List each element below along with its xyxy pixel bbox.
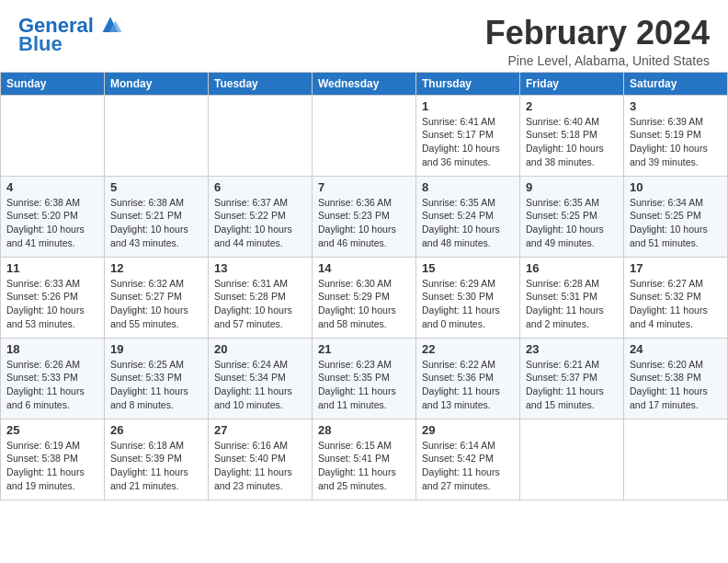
day-number: 3	[630, 99, 722, 113]
calendar-cell: 12Sunrise: 6:32 AM Sunset: 5:27 PM Dayli…	[105, 257, 209, 338]
day-info: Sunrise: 6:23 AM Sunset: 5:35 PM Dayligh…	[318, 358, 410, 412]
day-number: 20	[214, 342, 306, 356]
calendar-cell	[520, 419, 624, 500]
day-number: 5	[110, 180, 202, 194]
day-info: Sunrise: 6:39 AM Sunset: 5:19 PM Dayligh…	[630, 115, 722, 169]
calendar-cell	[105, 95, 209, 176]
day-info: Sunrise: 6:38 AM Sunset: 5:21 PM Dayligh…	[110, 196, 202, 250]
calendar-cell: 4Sunrise: 6:38 AM Sunset: 5:20 PM Daylig…	[1, 176, 105, 257]
day-number: 28	[318, 423, 410, 437]
calendar-table: SundayMondayTuesdayWednesdayThursdayFrid…	[0, 72, 728, 500]
calendar-cell: 29Sunrise: 6:14 AM Sunset: 5:42 PM Dayli…	[416, 419, 520, 500]
calendar-cell: 2Sunrise: 6:40 AM Sunset: 5:18 PM Daylig…	[520, 95, 624, 176]
day-number: 26	[110, 423, 202, 437]
header-day-wednesday: Wednesday	[313, 72, 416, 95]
day-number: 15	[422, 261, 514, 275]
day-info: Sunrise: 6:18 AM Sunset: 5:39 PM Dayligh…	[110, 439, 202, 493]
calendar-cell	[1, 95, 105, 176]
day-info: Sunrise: 6:20 AM Sunset: 5:38 PM Dayligh…	[630, 358, 722, 412]
day-number: 12	[110, 261, 202, 275]
header-day-tuesday: Tuesday	[209, 72, 313, 95]
day-info: Sunrise: 6:31 AM Sunset: 5:28 PM Dayligh…	[214, 277, 306, 331]
calendar-body: 1Sunrise: 6:41 AM Sunset: 5:17 PM Daylig…	[1, 95, 728, 500]
page-header: General Blue February 2024 Pine Level, A…	[0, 0, 728, 72]
calendar-cell: 26Sunrise: 6:18 AM Sunset: 5:39 PM Dayli…	[105, 419, 209, 500]
day-number: 25	[6, 423, 98, 437]
calendar-cell: 13Sunrise: 6:31 AM Sunset: 5:28 PM Dayli…	[209, 257, 313, 338]
day-number: 11	[6, 261, 98, 275]
day-number: 10	[630, 180, 722, 194]
week-row-3: 11Sunrise: 6:33 AM Sunset: 5:26 PM Dayli…	[1, 257, 728, 338]
calendar-cell: 14Sunrise: 6:30 AM Sunset: 5:29 PM Dayli…	[313, 257, 416, 338]
day-number: 22	[422, 342, 514, 356]
day-info: Sunrise: 6:25 AM Sunset: 5:33 PM Dayligh…	[110, 358, 202, 412]
week-row-5: 25Sunrise: 6:19 AM Sunset: 5:38 PM Dayli…	[1, 419, 728, 500]
day-info: Sunrise: 6:34 AM Sunset: 5:25 PM Dayligh…	[630, 196, 722, 250]
day-info: Sunrise: 6:30 AM Sunset: 5:29 PM Dayligh…	[318, 277, 410, 331]
day-info: Sunrise: 6:37 AM Sunset: 5:22 PM Dayligh…	[214, 196, 306, 250]
calendar-cell: 8Sunrise: 6:35 AM Sunset: 5:24 PM Daylig…	[416, 176, 520, 257]
calendar-cell: 5Sunrise: 6:38 AM Sunset: 5:21 PM Daylig…	[105, 176, 209, 257]
calendar-header: SundayMondayTuesdayWednesdayThursdayFrid…	[1, 72, 728, 95]
day-number: 21	[318, 342, 410, 356]
calendar-cell: 10Sunrise: 6:34 AM Sunset: 5:25 PM Dayli…	[624, 176, 728, 257]
day-info: Sunrise: 6:29 AM Sunset: 5:30 PM Dayligh…	[422, 277, 514, 331]
day-info: Sunrise: 6:38 AM Sunset: 5:20 PM Dayligh…	[6, 196, 98, 250]
day-number: 2	[526, 99, 618, 113]
calendar-cell: 23Sunrise: 6:21 AM Sunset: 5:37 PM Dayli…	[520, 338, 624, 419]
week-row-2: 4Sunrise: 6:38 AM Sunset: 5:20 PM Daylig…	[1, 176, 728, 257]
day-number: 7	[318, 180, 410, 194]
header-row: SundayMondayTuesdayWednesdayThursdayFrid…	[1, 72, 728, 95]
day-number: 13	[214, 261, 306, 275]
calendar-cell: 22Sunrise: 6:22 AM Sunset: 5:36 PM Dayli…	[416, 338, 520, 419]
day-number: 4	[6, 180, 98, 194]
day-info: Sunrise: 6:32 AM Sunset: 5:27 PM Dayligh…	[110, 277, 202, 331]
header-day-friday: Friday	[520, 72, 624, 95]
calendar-cell: 6Sunrise: 6:37 AM Sunset: 5:22 PM Daylig…	[209, 176, 313, 257]
calendar-cell: 28Sunrise: 6:15 AM Sunset: 5:41 PM Dayli…	[313, 419, 416, 500]
day-number: 9	[526, 180, 618, 194]
calendar-cell	[624, 419, 728, 500]
header-day-monday: Monday	[105, 72, 209, 95]
calendar-cell: 18Sunrise: 6:26 AM Sunset: 5:33 PM Dayli…	[1, 338, 105, 419]
day-info: Sunrise: 6:35 AM Sunset: 5:25 PM Dayligh…	[526, 196, 618, 250]
day-number: 27	[214, 423, 306, 437]
logo: General Blue	[18, 15, 123, 55]
title-block: February 2024 Pine Level, Alabama, Unite…	[485, 15, 710, 68]
day-info: Sunrise: 6:35 AM Sunset: 5:24 PM Dayligh…	[422, 196, 514, 250]
calendar-cell: 21Sunrise: 6:23 AM Sunset: 5:35 PM Dayli…	[313, 338, 416, 419]
day-number: 14	[318, 261, 410, 275]
week-row-4: 18Sunrise: 6:26 AM Sunset: 5:33 PM Dayli…	[1, 338, 728, 419]
day-info: Sunrise: 6:22 AM Sunset: 5:36 PM Dayligh…	[422, 358, 514, 412]
logo-icon	[97, 11, 123, 37]
calendar-cell: 19Sunrise: 6:25 AM Sunset: 5:33 PM Dayli…	[105, 338, 209, 419]
day-info: Sunrise: 6:40 AM Sunset: 5:18 PM Dayligh…	[526, 115, 618, 169]
calendar-cell	[313, 95, 416, 176]
calendar-cell: 24Sunrise: 6:20 AM Sunset: 5:38 PM Dayli…	[624, 338, 728, 419]
calendar-cell: 1Sunrise: 6:41 AM Sunset: 5:17 PM Daylig…	[416, 95, 520, 176]
day-number: 19	[110, 342, 202, 356]
calendar-cell: 20Sunrise: 6:24 AM Sunset: 5:34 PM Dayli…	[209, 338, 313, 419]
calendar-cell: 25Sunrise: 6:19 AM Sunset: 5:38 PM Dayli…	[1, 419, 105, 500]
location-text: Pine Level, Alabama, United States	[485, 53, 710, 68]
day-info: Sunrise: 6:14 AM Sunset: 5:42 PM Dayligh…	[422, 439, 514, 493]
day-number: 8	[422, 180, 514, 194]
day-info: Sunrise: 6:36 AM Sunset: 5:23 PM Dayligh…	[318, 196, 410, 250]
day-number: 1	[422, 99, 514, 113]
calendar-cell: 27Sunrise: 6:16 AM Sunset: 5:40 PM Dayli…	[209, 419, 313, 500]
day-number: 6	[214, 180, 306, 194]
day-info: Sunrise: 6:21 AM Sunset: 5:37 PM Dayligh…	[526, 358, 618, 412]
calendar-cell: 9Sunrise: 6:35 AM Sunset: 5:25 PM Daylig…	[520, 176, 624, 257]
header-day-sunday: Sunday	[1, 72, 105, 95]
day-info: Sunrise: 6:26 AM Sunset: 5:33 PM Dayligh…	[6, 358, 98, 412]
day-number: 16	[526, 261, 618, 275]
day-number: 17	[630, 261, 722, 275]
calendar-cell: 7Sunrise: 6:36 AM Sunset: 5:23 PM Daylig…	[313, 176, 416, 257]
calendar-cell: 15Sunrise: 6:29 AM Sunset: 5:30 PM Dayli…	[416, 257, 520, 338]
header-day-saturday: Saturday	[624, 72, 728, 95]
calendar-cell	[209, 95, 313, 176]
day-info: Sunrise: 6:19 AM Sunset: 5:38 PM Dayligh…	[6, 439, 98, 493]
week-row-1: 1Sunrise: 6:41 AM Sunset: 5:17 PM Daylig…	[1, 95, 728, 176]
day-number: 23	[526, 342, 618, 356]
day-info: Sunrise: 6:28 AM Sunset: 5:31 PM Dayligh…	[526, 277, 618, 331]
